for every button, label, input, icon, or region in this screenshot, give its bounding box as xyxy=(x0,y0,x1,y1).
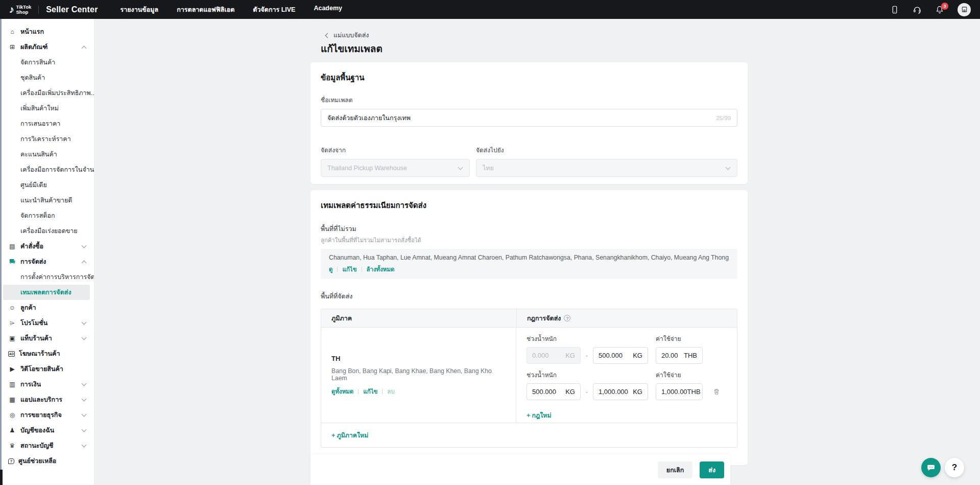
view-link[interactable]: ดู xyxy=(329,265,332,274)
sidebar-item-label: โฆษณาร้านค้า xyxy=(19,349,60,359)
sidebar-item-shipping[interactable]: ⛟การจัดส่ง xyxy=(0,254,94,269)
range-separator: - xyxy=(581,352,593,359)
region-districts: Bang Bon, Bang Kapi, Bang Khae, Bang Khe… xyxy=(331,367,506,382)
sidebar-item-optimization-tools[interactable]: เครื่องมือเพิ่มประสิทธิภาพ... xyxy=(0,85,94,101)
sidebar-item-products[interactable]: ⊞ผลิตภัณฑ์ xyxy=(0,39,94,55)
sidebar-item-price-analysis[interactable]: การวิเคราะห์ราคา xyxy=(0,131,94,147)
sidebar-item-finance[interactable]: ▥การเงิน xyxy=(0,377,94,392)
add-region-link[interactable]: + ภูมิภาคใหม่ xyxy=(331,430,368,440)
chevron-down-icon xyxy=(458,165,463,170)
sidebar-item-orders[interactable]: ▤คำสั่งซื้อ xyxy=(0,239,94,254)
shipping-rule-1: ช่วงน้ำหนัก ค่าใช้จ่าย 0.000 KG - 500.00… xyxy=(527,334,727,364)
weight-to-input[interactable]: 1,000.000 KG xyxy=(593,383,648,400)
chat-support-button[interactable] xyxy=(921,458,941,477)
sidebar-item-label: วิดีโอขายสินค้า xyxy=(20,364,63,374)
products-icon: ⊞ xyxy=(8,43,16,51)
edit-region-link[interactable]: แก้ไข xyxy=(363,387,377,396)
sidebar-item-price-offers[interactable]: การเสนอราคา xyxy=(0,116,94,131)
sidebar-item-inventory-tools[interactable]: เครื่องมือการจัดการในจำน... xyxy=(0,162,94,177)
clear-all-link[interactable]: ล้างทั้งหมด xyxy=(367,265,395,274)
help-button[interactable]: ? xyxy=(945,458,964,477)
submit-button[interactable]: ส่ง xyxy=(700,461,724,478)
table-row: TH Bang Bon, Bang Kapi, Bang Khae, Bang … xyxy=(321,328,737,423)
help-icon: ? xyxy=(8,458,14,464)
sidebar-item-label: หน้าแรก xyxy=(20,27,44,37)
template-name-label: ชื่อเทมเพลต xyxy=(321,95,737,105)
cost-input[interactable]: 20.00 THB xyxy=(656,347,703,364)
sidebar-item-label: เครื่องมือเร่งยอดขาย xyxy=(20,226,78,236)
sidebar-item-label: การเงิน xyxy=(20,379,41,389)
support-headset-icon[interactable] xyxy=(913,5,922,14)
cancel-button[interactable]: ยกเลิก xyxy=(658,461,692,478)
sidebar-item-label: การตั้งค่าการบริหารการจัดส่ง xyxy=(20,272,94,282)
tiktok-shop-logo[interactable]: ♪ TikTokShop xyxy=(9,5,31,15)
mobile-app-icon[interactable] xyxy=(890,5,899,14)
breadcrumb-back[interactable]: แม่แบบจัดส่ง xyxy=(326,30,369,40)
top-navbar: ♪ TikTokShop Seller Center รายงานข้อมูลก… xyxy=(0,0,980,19)
cost-label: ค่าใช้จ่าย xyxy=(656,370,681,380)
chevron-down-icon xyxy=(82,443,87,448)
excluded-areas-box: Chanuman, Hua Taphan, Lue Amnat, Mueang … xyxy=(321,249,737,279)
navbar-item-data-reports[interactable]: รายงานข้อมูล xyxy=(121,5,159,15)
sidebar-item-business-expansion[interactable]: ◎การขยายธุรกิจ xyxy=(0,407,94,423)
delete-region-link: ลบ xyxy=(387,387,394,396)
sidebar-item-best-seller-suggest[interactable]: แนะนำสินค้าขายดี xyxy=(0,193,94,208)
sidebar-item-media-center[interactable]: ศูนย์มีเดีย xyxy=(0,177,94,193)
sidebar-item-label: การเสนอราคา xyxy=(20,119,60,129)
sidebar-item-my-account[interactable]: ♟บัญชีของฉัน xyxy=(0,423,94,438)
template-name-input[interactable]: จัดส่งด้วยตัวเองภายในกรุงเทพ 25/99 xyxy=(321,109,737,127)
help-circle-icon[interactable]: ? xyxy=(564,315,570,321)
sidebar-item-add-new-product[interactable]: เพิ่มสินค้าใหม่ xyxy=(0,101,94,116)
navbar-menu: รายงานข้อมูลการตลาดแอฟฟิลิเอตตัวจัดการ L… xyxy=(121,5,342,15)
sidebar-item-account-status[interactable]: ♛สถานะบัญชี xyxy=(0,438,94,453)
weight-to-input[interactable]: 500.000 KG xyxy=(593,347,648,364)
seller-center-title[interactable]: Seller Center xyxy=(46,5,98,14)
rules-cell: ช่วงน้ำหนัก ค่าใช้จ่าย 0.000 KG - 500.00… xyxy=(516,328,737,423)
ship-to-select: ไทย xyxy=(476,159,737,177)
sidebar-item-shop-ads[interactable]: ADโฆษณาร้านค้า xyxy=(0,346,94,361)
sidebar-item-product-sets[interactable]: ชุดสินค้า xyxy=(0,70,94,85)
sidebar-scrollbar[interactable] xyxy=(0,19,2,485)
shop-avatar[interactable] xyxy=(958,3,971,16)
weight-from-input: 0.000 KG xyxy=(527,347,581,364)
view-all-link[interactable]: ดูทั้งหมด xyxy=(331,387,353,396)
shipping-rule-2: ช่วงน้ำหนัก ค่าใช้จ่าย 500.000 KG - 1,00… xyxy=(527,370,727,400)
sidebar-item-sales-boost-tools[interactable]: เครื่องมือเร่งยอดขาย xyxy=(0,223,94,239)
notifications-bell-icon[interactable]: 3 xyxy=(935,5,944,14)
promotions-icon: ⌲ xyxy=(8,319,16,327)
sidebar-item-label: ผลิตภัณฑ์ xyxy=(20,42,47,52)
sidebar-item-home[interactable]: ⌂หน้าแรก xyxy=(0,24,94,39)
navbar-item-affiliate-marketing[interactable]: การตลาดแอฟฟิลิเอต xyxy=(177,5,234,15)
sidebar-item-shipping-templates[interactable]: เทมเพลตการจัดส่ง xyxy=(3,285,90,300)
sidebar-item-shop-tabs[interactable]: ▣แท็บร้านค้า xyxy=(0,331,94,346)
finance-icon: ▥ xyxy=(8,381,16,388)
delete-rule-button[interactable] xyxy=(713,388,720,396)
sidebar-item-shipping-settings[interactable]: การตั้งค่าการบริหารการจัดส่ง xyxy=(0,269,94,285)
add-rule-link[interactable]: + กฎใหม่ xyxy=(527,410,552,420)
link-separator xyxy=(358,389,358,394)
sidebar-item-help-center[interactable]: ?ศูนย์ช่วยเหลือ xyxy=(0,453,94,469)
sidebar-item-customers[interactable]: ☺ลูกค้า xyxy=(0,300,94,315)
chevron-down-icon xyxy=(82,427,87,432)
sidebar-item-product-videos[interactable]: ▶วิดีโอขายสินค้า xyxy=(0,361,94,377)
sidebar-item-label: บัญชีของฉัน xyxy=(20,425,54,435)
cost-input[interactable]: 1,000.00 THB xyxy=(656,383,703,400)
sidebar-item-manage-products[interactable]: จัดการสินค้า xyxy=(0,55,94,70)
sidebar-item-product-score[interactable]: คะแนนสินค้า xyxy=(0,147,94,162)
sidebar-item-promotions[interactable]: ⌲โปรโมชั่น xyxy=(0,315,94,331)
fee-template-card: เทมเพลตค่าธรรมเนียมการจัดส่ง พื้นที่ที่ไ… xyxy=(310,190,748,465)
breadcrumb-label: แม่แบบจัดส่ง xyxy=(333,30,369,40)
excluded-areas-label: พื้นที่ที่ไม่รวม xyxy=(321,224,737,234)
sidebar-item-label: โปรโมชั่น xyxy=(20,318,47,328)
navbar-item-academy[interactable]: Academy xyxy=(314,5,342,15)
weight-from-input[interactable]: 500.000 KG xyxy=(527,383,581,400)
sidebar-scrollbar-thumb[interactable] xyxy=(0,470,3,485)
region-cell: TH Bang Bon, Bang Kapi, Bang Khae, Bang … xyxy=(321,328,516,423)
navbar-item-live-manager[interactable]: ตัวจัดการ LIVE xyxy=(253,5,295,15)
link-separator xyxy=(362,267,362,272)
sidebar-item-stock-management[interactable]: จัดการสต็อก xyxy=(0,208,94,223)
edit-link[interactable]: แก้ไข xyxy=(342,265,356,274)
notification-count-badge: 3 xyxy=(941,3,948,10)
sidebar-item-apps-services[interactable]: ▦แอปและบริการ xyxy=(0,392,94,407)
sidebar-item-label: จัดการสต็อก xyxy=(20,211,55,221)
